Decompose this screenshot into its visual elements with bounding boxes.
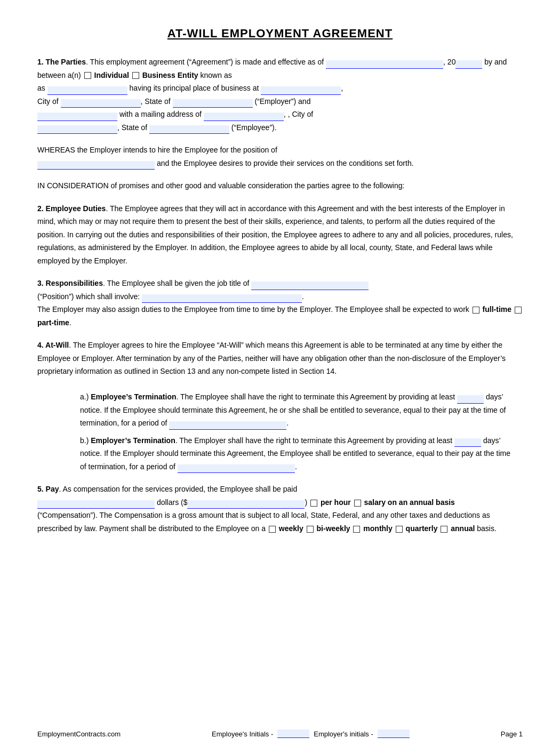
s2-label: 2. Employee Duties <box>37 204 106 213</box>
s3-jobtitle-field[interactable] <box>251 282 369 290</box>
section-1: 1. The Parties. This employment agreemen… <box>37 55 523 134</box>
consideration-text: IN CONSIDERATION of promises and other g… <box>37 179 523 192</box>
s3-parttime-label: part-time <box>37 318 69 327</box>
s5-weekly-checkbox[interactable] <box>269 526 276 533</box>
s1-mailing-field[interactable] <box>204 113 284 121</box>
s4-a-text3: . <box>286 419 289 427</box>
s5-annual-label: annual <box>451 524 475 533</box>
s1-text12: (“Employee”). <box>231 123 277 132</box>
s1-business-checkbox[interactable] <box>132 72 139 79</box>
footer-employee-initials-field[interactable] <box>277 729 309 738</box>
s1-city2-field[interactable] <box>37 125 117 134</box>
s5-salary-label: salary on an annual basis <box>364 498 455 507</box>
s1-as-field[interactable] <box>47 86 127 95</box>
s1-date-field[interactable] <box>326 60 443 69</box>
page: AT-WILL EMPLOYMENT AGREEMENT 1. The Part… <box>0 0 560 754</box>
s1-city-field[interactable] <box>61 99 141 108</box>
s4-text: . The Employer agrees to hire the Employ… <box>37 341 506 375</box>
footer-employer-initials-label: Employer's initials - <box>314 730 373 738</box>
s5-weekly-label: weekly <box>279 524 303 533</box>
s4-a-label: Employee’s Termination <box>91 392 176 401</box>
s4-a-period-field[interactable] <box>169 421 286 430</box>
s5-biweekly-checkbox[interactable] <box>307 526 314 533</box>
s1-state-field[interactable] <box>173 99 253 108</box>
s3-fulltime-checkbox[interactable] <box>473 307 479 314</box>
s4-b-days-field[interactable] <box>454 438 481 447</box>
s4-b-period-field[interactable] <box>178 464 295 473</box>
s4-a: a.) Employee’s Termination. The Employee… <box>80 390 512 430</box>
s5-monthly-label: monthly <box>363 524 392 533</box>
whereas-text2: and the Employee desires to provide thei… <box>157 159 414 167</box>
s4-a-text: . The Employee shall have the right to t… <box>177 392 455 401</box>
s5-text1: . As compensation for the services provi… <box>59 485 297 493</box>
s3-text3: The Employer may also assign duties to t… <box>37 305 469 314</box>
s1-text8: (“Employer”) and <box>254 97 310 106</box>
s4-b: b.) Employer’s Termination. The Employer… <box>80 434 512 474</box>
s4-a-days-field[interactable] <box>457 395 484 404</box>
s1-text1: . This employment agreement (“Agreement”… <box>86 58 324 66</box>
s3-fulltime-label: full-time <box>483 305 511 314</box>
s5-amount-field[interactable] <box>37 500 155 509</box>
footer: EmploymentContracts.com Employee's Initi… <box>37 729 523 738</box>
s3-parttime-checkbox[interactable] <box>515 307 522 314</box>
s1-individual-checkbox[interactable] <box>84 72 91 79</box>
s3-label: 3. Responsibilities <box>37 279 103 287</box>
footer-page: Page 1 <box>501 730 523 738</box>
s3-text1: . The Employee shall be given the job ti… <box>103 279 249 287</box>
section-3: 3. Responsibilities. The Employee shall … <box>37 277 523 329</box>
s5-annual-checkbox[interactable] <box>441 526 447 533</box>
s1-text4: known as <box>201 71 232 79</box>
whereas-position-field[interactable] <box>37 161 155 170</box>
footer-website: EmploymentContracts.com <box>37 730 121 738</box>
s5-quarterly-label: quarterly <box>406 524 438 533</box>
s1-state2-field[interactable] <box>149 125 229 134</box>
s1-text9: with a mailing address of <box>119 110 202 118</box>
s1-city-label: City of <box>37 97 59 106</box>
s1-text5: having its principal place of business a… <box>130 84 259 92</box>
s5-biweekly-label: bi-weekly <box>317 524 350 533</box>
s5-monthly-checkbox[interactable] <box>353 526 360 533</box>
whereas-text: WHEREAS the Employer intends to hire the… <box>37 146 277 154</box>
s4-label: 4. At-Will <box>37 341 69 349</box>
s1-label: 1. The Parties <box>37 58 86 66</box>
s5-quarterly-checkbox[interactable] <box>396 526 403 533</box>
footer-employee-initials-label: Employee's Initials - <box>212 730 273 738</box>
s3-text2: (“Position”) which shall involve: <box>37 292 140 301</box>
s5-text2: dollars ($ <box>157 498 188 507</box>
s1-business-label: Business Entity <box>142 71 198 79</box>
s5-dollar-field[interactable] <box>187 500 305 509</box>
footer-initials: Employee's Initials - Employer's initial… <box>212 729 410 738</box>
s5-label: 5. Pay <box>37 485 59 493</box>
page-title: AT-WILL EMPLOYMENT AGREEMENT <box>37 27 523 41</box>
section-5: 5. Pay. As compensation for the services… <box>37 483 523 535</box>
s1-text10: , City of <box>288 110 313 118</box>
s4-subsections: a.) Employee’s Termination. The Employee… <box>80 390 512 473</box>
s5-perhour-checkbox[interactable] <box>310 500 317 507</box>
section-4: 4. At-Will. The Employer agrees to hire … <box>37 339 523 473</box>
s1-year-field[interactable] <box>455 60 482 69</box>
section-consideration: IN CONSIDERATION of promises and other g… <box>37 179 523 192</box>
s1-employer-field[interactable] <box>37 113 117 121</box>
s4-b-text3: . <box>295 462 297 471</box>
s3-involve-field[interactable] <box>142 294 302 303</box>
section-whereas: WHEREAS the Employer intends to hire the… <box>37 143 523 170</box>
footer-employer-initials-field[interactable] <box>378 729 410 738</box>
s4-b-text: . The Employer shall have the right to t… <box>175 436 453 445</box>
s2-text: . The Employee agrees that they will act… <box>37 204 513 265</box>
s5-perhour-label: per hour <box>321 498 351 507</box>
section-2: 2. Employee Duties. The Employee agrees … <box>37 202 523 268</box>
s1-individual-label: Individual <box>94 71 129 79</box>
s5-text5: basis. <box>477 524 497 533</box>
s3-text4: . <box>69 318 71 327</box>
s4-b-label: Employer’s Termination <box>91 436 175 445</box>
s1-address-field[interactable] <box>261 86 341 95</box>
s5-salary-checkbox[interactable] <box>354 500 361 507</box>
